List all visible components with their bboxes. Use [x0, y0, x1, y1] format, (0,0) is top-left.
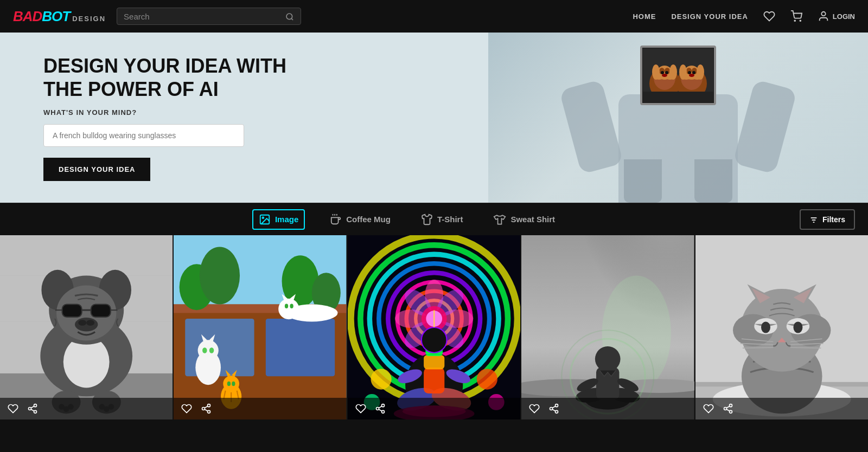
- grid-item-bulldog[interactable]: [0, 235, 174, 419]
- svg-point-86: [285, 304, 288, 308]
- bulldog-share-button[interactable]: [27, 403, 38, 414]
- svg-point-56: [75, 318, 98, 331]
- meditation-heart-button[interactable]: [529, 403, 540, 414]
- svg-line-196: [726, 406, 730, 408]
- search-icon: [285, 11, 294, 21]
- svg-point-166: [556, 411, 558, 414]
- login-button[interactable]: LOGIN: [818, 10, 855, 22]
- bulldog-art: [0, 235, 173, 419]
- logo-design: DESIGN: [72, 15, 106, 23]
- svg-point-87: [290, 304, 293, 308]
- tab-image[interactable]: Image: [252, 209, 305, 230]
- nav-home[interactable]: HOME: [633, 12, 656, 21]
- svg-line-1: [291, 18, 293, 20]
- bulldog-heart-button[interactable]: [8, 403, 18, 414]
- svg-line-188: [743, 348, 773, 348]
- grid-item-meditation[interactable]: [521, 235, 695, 419]
- svg-point-69: [34, 411, 37, 414]
- cat-bw-heart-button[interactable]: [703, 403, 714, 414]
- navbar: BAD BOT DESIGN HOME DESIGN YOUR IDEA: [0, 0, 868, 33]
- tab-sweat-shirt[interactable]: Sweat Shirt: [488, 210, 560, 229]
- filters-label: Filters: [822, 215, 845, 224]
- sweat-shirt-icon: [493, 214, 506, 225]
- svg-point-3: [800, 20, 801, 21]
- tab-coffee-mug[interactable]: Coffee Mug: [324, 210, 396, 229]
- svg-point-183: [761, 322, 770, 333]
- filters-button[interactable]: Filters: [800, 209, 855, 229]
- filter-bar: Image Coffee Mug T-Shirt: [0, 203, 868, 235]
- logo[interactable]: BAD BOT DESIGN: [13, 8, 106, 25]
- cats-share-button[interactable]: [201, 403, 212, 414]
- svg-point-145: [381, 411, 384, 414]
- cart-button[interactable]: [790, 10, 802, 22]
- svg-rect-51: [62, 305, 82, 317]
- svg-rect-76: [266, 319, 335, 376]
- svg-point-104: [202, 408, 205, 410]
- cat-bw-svg: [695, 235, 868, 419]
- tab-tshirt[interactable]: T-Shirt: [416, 210, 469, 229]
- svg-point-93: [209, 348, 214, 354]
- bulldog-card-overlay: [0, 398, 173, 419]
- image-grid: [0, 235, 868, 419]
- svg-point-33: [262, 217, 264, 218]
- svg-line-195: [726, 410, 730, 411]
- grid-item-psychedelic[interactable]: [348, 235, 521, 419]
- svg-point-143: [381, 404, 384, 407]
- svg-point-194: [729, 411, 732, 414]
- psychedelic-svg: [348, 235, 520, 419]
- wishlist-button[interactable]: [763, 10, 775, 22]
- bulldog-svg: [0, 235, 173, 419]
- nav-design-idea[interactable]: DESIGN YOUR IDEA: [671, 12, 748, 21]
- svg-point-95: [224, 376, 240, 392]
- search-input[interactable]: [124, 12, 282, 21]
- svg-point-161: [595, 346, 621, 372]
- svg-point-78: [200, 247, 240, 305]
- svg-point-135: [422, 327, 447, 353]
- grid-item-cats[interactable]: [174, 235, 347, 419]
- hero-subtitle: WHAT'S IN YOUR MIND?: [43, 108, 825, 117]
- psychedelic-heart-button[interactable]: [355, 403, 366, 414]
- svg-point-193: [724, 408, 726, 410]
- svg-point-83: [281, 299, 297, 315]
- nav-links: HOME DESIGN YOUR IDEA LOGIN: [633, 10, 855, 22]
- tab-image-label: Image: [275, 215, 298, 224]
- meditation-card-overlay: [521, 398, 694, 419]
- logo-bad: BAD: [13, 8, 42, 25]
- svg-point-138: [477, 369, 497, 390]
- psychedelic-card-overlay: [348, 398, 520, 419]
- svg-point-184: [793, 322, 802, 333]
- svg-point-192: [729, 404, 732, 407]
- svg-point-105: [208, 411, 210, 414]
- meditation-svg: [521, 235, 694, 419]
- svg-line-168: [552, 406, 556, 408]
- filter-icon: [809, 215, 818, 224]
- login-label: LOGIN: [833, 12, 855, 21]
- svg-line-70: [31, 410, 34, 411]
- svg-point-137: [371, 369, 391, 390]
- search-bar[interactable]: [117, 8, 301, 25]
- cats-art: [174, 235, 346, 419]
- svg-point-144: [376, 408, 379, 410]
- psychedelic-share-button[interactable]: [375, 403, 386, 414]
- hero-section: DESIGN YOUR IDEA WITH THE POWER OF AI WH…: [0, 33, 868, 203]
- svg-point-4: [821, 12, 825, 16]
- hero-idea-input[interactable]: [43, 124, 244, 147]
- image-tab-icon: [259, 214, 271, 225]
- cats-card-overlay: [174, 398, 346, 419]
- svg-point-99: [232, 382, 235, 386]
- svg-line-71: [31, 406, 34, 408]
- coffee-mug-icon: [330, 214, 342, 225]
- svg-point-57: [78, 320, 86, 326]
- svg-point-68: [29, 408, 31, 410]
- grid-item-cat-bw[interactable]: [695, 235, 868, 419]
- logo-bot: BOT: [42, 8, 70, 25]
- svg-point-89: [198, 340, 219, 361]
- design-your-idea-button[interactable]: DESIGN YOUR IDEA: [43, 158, 150, 181]
- svg-point-92: [202, 348, 207, 354]
- cats-heart-button[interactable]: [181, 403, 192, 414]
- svg-point-67: [34, 404, 37, 407]
- svg-point-2: [794, 20, 795, 21]
- svg-point-165: [550, 408, 553, 410]
- meditation-share-button[interactable]: [548, 403, 559, 414]
- cat-bw-share-button[interactable]: [723, 403, 733, 414]
